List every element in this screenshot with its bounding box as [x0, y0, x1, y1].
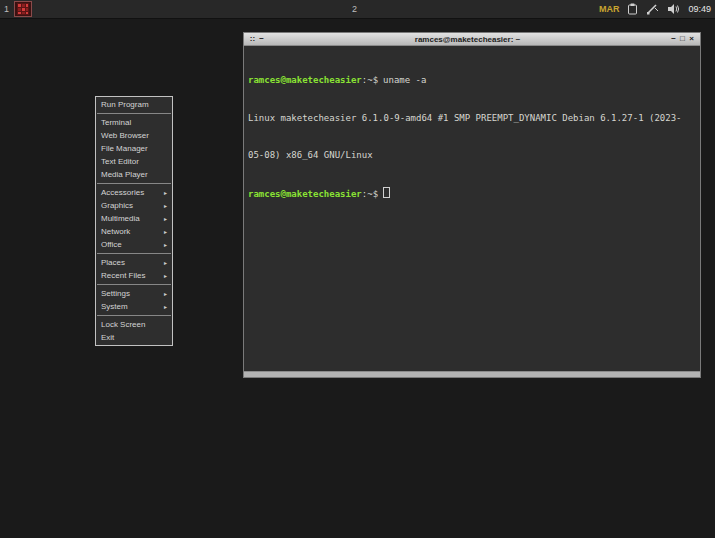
menu-separator: [97, 253, 171, 254]
menu-item-lock-screen[interactable]: Lock Screen: [96, 318, 172, 331]
window-menu-icon[interactable]: ::: [248, 33, 257, 45]
menu-separator: [97, 183, 171, 184]
red-checker-icon: [17, 3, 29, 15]
menu-item-recent-files[interactable]: Recent Files ▸: [96, 269, 172, 282]
submenu-arrow-icon: ▸: [164, 290, 167, 297]
date-month-label: MAR: [599, 4, 620, 14]
menu-item-multimedia[interactable]: Multimedia ▸: [96, 212, 172, 225]
terminal-output[interactable]: ramces@maketecheasier:~$uname -a Linux m…: [244, 46, 700, 371]
window-resize-grip[interactable]: [244, 371, 700, 377]
root-menu: Run Program Terminal Web Browser File Ma…: [95, 96, 173, 346]
terminal-line: Linux maketecheasier 6.1.0-9-amd64 #1 SM…: [248, 112, 696, 125]
submenu-arrow-icon: ▸: [164, 272, 167, 279]
desktop[interactable]: 1 2 MAR: [0, 0, 715, 538]
submenu-arrow-icon: ▸: [164, 303, 167, 310]
volume-icon[interactable]: [667, 3, 680, 15]
menu-separator: [97, 113, 171, 114]
terminal-cursor: [383, 187, 390, 198]
top-panel: 1 2 MAR: [0, 0, 715, 19]
window-title: ramces@maketecheasier: ~: [266, 35, 669, 44]
menu-item-file-manager[interactable]: File Manager: [96, 142, 172, 155]
menu-item-terminal[interactable]: Terminal: [96, 116, 172, 129]
menu-item-graphics[interactable]: Graphics ▸: [96, 199, 172, 212]
menu-item-exit[interactable]: Exit: [96, 331, 172, 344]
submenu-arrow-icon: ▸: [164, 241, 167, 248]
menu-item-places[interactable]: Places ▸: [96, 256, 172, 269]
submenu-arrow-icon: ▸: [164, 215, 167, 222]
clipboard-icon[interactable]: [627, 3, 638, 15]
menu-item-media-player[interactable]: Media Player: [96, 168, 172, 181]
maximize-icon[interactable]: □: [678, 33, 687, 45]
menu-item-network[interactable]: Network ▸: [96, 225, 172, 238]
menu-item-run-program[interactable]: Run Program: [96, 98, 172, 111]
terminal-line: 05-08) x86_64 GNU/Linux: [248, 149, 696, 162]
menu-item-web-browser[interactable]: Web Browser: [96, 129, 172, 142]
shade-icon[interactable]: −: [257, 33, 266, 45]
menu-separator: [97, 315, 171, 316]
terminal-line: ramces@maketecheasier:~$: [248, 187, 696, 201]
submenu-arrow-icon: ▸: [164, 202, 167, 209]
submenu-arrow-icon: ▸: [164, 189, 167, 196]
clock-label: 09:49: [688, 4, 711, 14]
menu-separator: [97, 284, 171, 285]
menu-item-settings[interactable]: Settings ▸: [96, 287, 172, 300]
close-icon[interactable]: ×: [687, 33, 696, 45]
submenu-arrow-icon: ▸: [164, 259, 167, 266]
command-text: uname -a: [383, 75, 426, 85]
pen-icon[interactable]: [646, 3, 659, 15]
menu-item-text-editor[interactable]: Text Editor: [96, 155, 172, 168]
terminal-window: :: − ramces@maketecheasier: ~ − □ × ramc…: [243, 32, 701, 378]
workspace-2-label[interactable]: 2: [348, 0, 361, 18]
menu-item-office[interactable]: Office ▸: [96, 238, 172, 251]
focused-app-icon[interactable]: [14, 1, 32, 17]
workspace-1-label[interactable]: 1: [0, 0, 13, 18]
system-tray: MAR 09: [599, 0, 711, 18]
menu-item-accessories[interactable]: Accessories ▸: [96, 186, 172, 199]
submenu-arrow-icon: ▸: [164, 228, 167, 235]
terminal-titlebar[interactable]: :: − ramces@maketecheasier: ~ − □ ×: [244, 33, 700, 46]
minimize-icon[interactable]: −: [669, 33, 678, 45]
menu-item-system[interactable]: System ▸: [96, 300, 172, 313]
terminal-line: ramces@maketecheasier:~$uname -a: [248, 74, 696, 87]
